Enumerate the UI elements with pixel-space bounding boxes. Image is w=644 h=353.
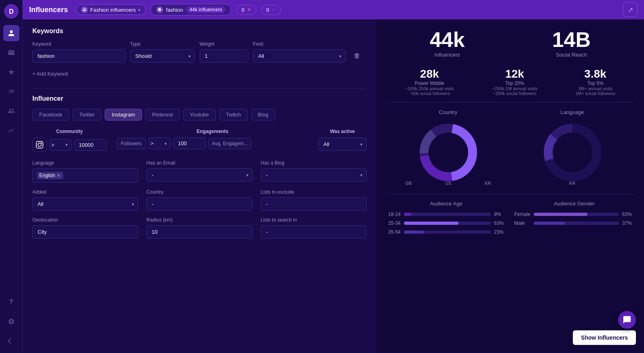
gender-bar-fill-male xyxy=(534,222,565,225)
eng-value-input[interactable] xyxy=(173,137,206,149)
influencers-count: 44k xyxy=(430,29,465,50)
country-chart-title: Country xyxy=(389,109,508,115)
filter-keyword-pill: fashion 44k influencers xyxy=(150,4,232,15)
weight-input[interactable] xyxy=(200,49,248,63)
age-label-25-34: 25-34 xyxy=(386,220,401,226)
sidebar-item-people[interactable] xyxy=(3,25,19,41)
gender-pct-female: 63% xyxy=(622,211,634,217)
tab-instagram[interactable]: Instagram xyxy=(105,109,142,120)
topbar: Influencers Fashion influencers ▾ fashio… xyxy=(23,0,644,19)
field-select[interactable]: All Bio Posts xyxy=(253,49,346,63)
geolocation-input[interactable] xyxy=(32,225,138,239)
sidebar-item-collapse[interactable] xyxy=(3,333,19,349)
age-bar-35-54: 35-54 23% xyxy=(386,229,506,235)
chat-button[interactable] xyxy=(618,311,636,329)
has-blog-label: Has a Blog xyxy=(261,160,367,166)
filter-list-arrow: ▾ xyxy=(138,8,140,12)
was-active-section: Was active All Last week Last month Last… xyxy=(318,129,367,151)
added-select[interactable]: All Yes No xyxy=(32,197,138,211)
language-filter-label: Language xyxy=(32,160,138,166)
english-tag-remove[interactable]: ✕ xyxy=(57,173,61,178)
export-button[interactable]: ↗ xyxy=(623,2,638,17)
country-donut xyxy=(389,120,508,185)
lists-search-input[interactable] xyxy=(261,225,367,239)
tab-twitch[interactable]: Twitch xyxy=(219,109,248,120)
sidebar-item-settings[interactable] xyxy=(3,313,19,330)
age-bar-container-18-24 xyxy=(404,213,491,216)
language-tag-input[interactable]: English ✕ xyxy=(32,168,138,183)
count-a-close[interactable]: ✕ xyxy=(247,7,251,13)
show-influencers-button[interactable]: Show Influencers xyxy=(573,330,636,345)
age-label-18-24: 18-24 xyxy=(386,211,401,217)
radius-input[interactable] xyxy=(146,225,252,239)
audience-age-col: Audience Age 18-24 9% 25-34 63% xyxy=(386,201,506,238)
community-section: Community > xyxy=(32,129,107,152)
power-middle-sub1: ~100k-250k annual visits xyxy=(405,86,454,91)
filters-grid-2: Added All Yes No Country xyxy=(32,189,367,211)
english-tag-text: English xyxy=(39,173,55,178)
country-input[interactable] xyxy=(146,197,252,211)
tab-pinterest[interactable]: Pinterest xyxy=(145,109,179,120)
has-blog-wrapper: - Yes No xyxy=(261,168,367,182)
sidebar-item-sparkle[interactable] xyxy=(3,64,19,80)
field-select-wrapper: All Bio Posts xyxy=(253,49,346,63)
added-label: Added xyxy=(32,189,138,195)
country-chart: Country xyxy=(389,109,508,186)
svg-rect-3 xyxy=(36,142,43,148)
sidebar-item-mail[interactable] xyxy=(3,44,19,61)
community-label: Community xyxy=(32,129,107,134)
tab-blog[interactable]: Blog xyxy=(251,109,275,120)
was-active-label: Was active xyxy=(318,129,367,134)
sidebar-item-list[interactable] xyxy=(3,83,19,99)
community-value-input[interactable] xyxy=(74,139,107,151)
sidebar-item-help[interactable]: ? xyxy=(3,294,19,310)
weight-field-group: Weight xyxy=(200,41,248,63)
influencer-title: Influencer xyxy=(32,95,367,102)
type-select[interactable]: Should Must Must Not xyxy=(130,49,195,63)
engagements-controls: Followers > < Avg. Engagem... xyxy=(116,137,308,149)
stat-power-middle: 28k Power Middle ~100k-250k annual visit… xyxy=(405,68,454,96)
type-field-group: Type Should Must Must Not xyxy=(130,41,195,63)
lists-exclude-input[interactable] xyxy=(261,197,367,211)
gender-label-male: Male xyxy=(514,220,530,226)
country-filter-group: Country xyxy=(146,189,252,211)
has-email-select[interactable]: - Yes No xyxy=(146,168,252,182)
count-a-value: 0 xyxy=(241,7,244,13)
power-middle-label: Power Middle xyxy=(405,80,454,86)
community-operator[interactable]: > < = xyxy=(49,139,72,151)
app-logo: D xyxy=(4,4,19,19)
instagram-icon xyxy=(32,137,47,152)
top5-number: 3.8k xyxy=(575,68,615,80)
was-active-wrapper: All Last week Last month Last 3 months xyxy=(318,137,367,151)
audience-age-title: Audience Age xyxy=(386,201,506,207)
field-field-group: Field All Bio Posts xyxy=(253,41,346,63)
has-blog-select[interactable]: - Yes No xyxy=(261,168,367,182)
top20-number: 12k xyxy=(492,68,538,80)
lists-search-filter-group: Lists to search in xyxy=(261,217,367,239)
influencers-label: Influencers xyxy=(430,52,465,58)
tab-facebook[interactable]: Facebook xyxy=(32,109,69,120)
add-keyword-button[interactable]: + Add Keyword xyxy=(32,68,68,80)
gender-label-female: Female xyxy=(514,211,530,217)
eng-operator[interactable]: > < xyxy=(148,137,171,149)
community-controls: > < = xyxy=(32,137,107,152)
filter-list-label: Fashion influencers xyxy=(90,7,136,13)
audience-gender-title: Audience Gender xyxy=(514,201,634,207)
country-label-kr: KR xyxy=(485,181,491,186)
lists-exclude-filter-group: Lists to exclude xyxy=(261,189,367,211)
right-panel: 44k Influencers 14B Social Reach 28k Pow… xyxy=(376,19,644,353)
keyword-input[interactable] xyxy=(32,49,125,63)
sidebar-item-chart[interactable] xyxy=(3,122,19,138)
was-active-select[interactable]: All Last week Last month Last 3 months xyxy=(318,137,367,151)
filter-list-pill[interactable]: Fashion influencers ▾ xyxy=(76,4,146,15)
social-reach-value: 14B xyxy=(552,29,591,50)
tab-youtube[interactable]: Youtube xyxy=(183,109,216,120)
delete-keyword-button[interactable]: 🗑 xyxy=(351,49,363,63)
age-pct-25-34: 63% xyxy=(494,220,506,226)
count-b-check[interactable]: ✓ xyxy=(272,7,276,13)
age-pct-35-54: 23% xyxy=(494,229,506,235)
country-labels: GB US KR xyxy=(389,181,508,186)
stat-influencers: 44k Influencers xyxy=(430,29,465,58)
tab-twitter[interactable]: Twitter xyxy=(72,109,101,120)
sidebar-item-group[interactable] xyxy=(3,103,19,119)
